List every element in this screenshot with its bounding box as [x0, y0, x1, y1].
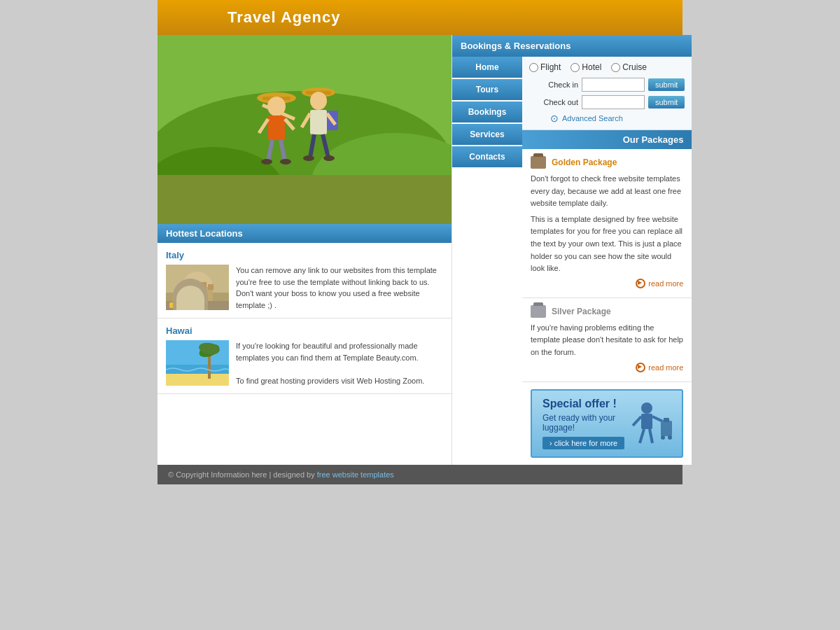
golden-package-name: Golden Package [552, 158, 617, 167]
special-offer-banner: Special offer ! Get ready with your lugg… [531, 389, 683, 458]
svg-line-50 [640, 429, 644, 443]
svg-line-51 [650, 429, 652, 443]
hawaii-text: If you're looking for beautiful and prof… [236, 340, 443, 386]
checkin-input[interactable] [582, 78, 645, 92]
silver-read-more-icon [636, 363, 645, 372]
italy-text: You can remove any link to our websites … [236, 265, 443, 311]
italy-content: You can remove any link to our websites … [166, 265, 443, 311]
hawaii-image [166, 340, 229, 386]
svg-rect-32 [187, 282, 192, 290]
content-column: Flight Hotel Cruise [522, 57, 692, 465]
golden-package-icon [531, 156, 546, 169]
right-inner: Home Tours Bookings Services Contacts Fl… [452, 57, 692, 465]
svg-rect-4 [158, 175, 451, 224]
svg-rect-40 [166, 340, 229, 365]
svg-point-46 [641, 402, 652, 414]
hottest-locations-label: Hottest Locations [166, 228, 243, 239]
svg-point-24 [303, 155, 314, 161]
svg-point-25 [323, 155, 335, 161]
main-content: Hottest Locations Italy [158, 35, 682, 465]
checkin-row: Check in submit [529, 78, 685, 92]
hottest-locations-bar: Hottest Locations [158, 224, 451, 243]
svg-rect-31 [180, 284, 186, 290]
offer-title: Special offer ! [542, 398, 626, 410]
svg-point-13 [261, 159, 272, 164]
hawaii-title: Hawai [166, 326, 443, 336]
nav-tours[interactable]: Tours [452, 79, 522, 102]
location-italy: Italy [158, 243, 451, 318]
nav-contacts[interactable]: Contacts [452, 146, 522, 169]
right-column: Bookings & Reservations Home Tours Booki… [451, 35, 692, 465]
italy-image [166, 265, 229, 310]
left-column: Hottest Locations Italy [158, 35, 451, 465]
golden-read-more[interactable]: read more [636, 279, 683, 288]
footer: © Copyright Information here | designed … [158, 465, 682, 484]
golden-read-more-row: read more [531, 279, 683, 290]
svg-rect-52 [661, 421, 672, 436]
hotel-radio-label[interactable]: Hotel [570, 62, 601, 72]
offer-link[interactable]: › click here for more [542, 437, 624, 449]
svg-line-48 [633, 416, 641, 426]
offer-figure-icon [626, 401, 675, 453]
svg-rect-33 [194, 281, 200, 290]
italy-title: Italy [166, 250, 443, 260]
svg-point-17 [310, 92, 327, 110]
golden-package: Golden Package Don't forgot to check fre… [522, 149, 692, 298]
golden-text2: This is a template designed by free webs… [531, 214, 683, 275]
checkout-submit[interactable]: submit [648, 96, 685, 108]
nav-services[interactable]: Services [452, 124, 522, 146]
nav-home[interactable]: Home [452, 57, 522, 79]
checkin-submit[interactable]: submit [648, 78, 685, 91]
svg-rect-34 [201, 282, 206, 290]
silver-text1: If you're having problems editing the te… [531, 322, 683, 359]
svg-rect-47 [641, 414, 652, 429]
svg-rect-36 [192, 291, 198, 298]
hotel-radio[interactable] [570, 63, 580, 72]
silver-title-row: Silver Package [531, 305, 683, 318]
svg-point-54 [661, 435, 665, 440]
svg-point-55 [668, 435, 672, 440]
svg-rect-19 [310, 110, 327, 134]
svg-rect-39 [187, 303, 197, 308]
silver-package: Silver Package If you're having problems… [522, 298, 692, 382]
bookings-form: Flight Hotel Cruise [522, 57, 692, 130]
silver-package-name: Silver Package [552, 307, 611, 316]
header: Travel Agency [158, 0, 682, 35]
svg-rect-35 [208, 284, 214, 290]
svg-rect-38 [169, 302, 183, 308]
site-title: Travel Agency [227, 8, 340, 27]
hawaii-content: If you're looking for beautiful and prof… [166, 340, 443, 386]
svg-rect-37 [166, 301, 229, 310]
checkout-label: Check out [529, 98, 578, 106]
checkout-input[interactable] [582, 95, 645, 109]
cruise-radio[interactable] [611, 63, 620, 72]
golden-read-more-icon [636, 279, 645, 288]
svg-rect-8 [268, 115, 285, 140]
flight-radio-label[interactable]: Flight [529, 62, 561, 72]
cruise-radio-label[interactable]: Cruise [611, 62, 647, 72]
flight-radio[interactable] [529, 63, 538, 72]
checkin-label: Check in [529, 80, 578, 89]
silver-read-more[interactable]: read more [636, 363, 683, 372]
advanced-search-link[interactable]: Advanced Search [562, 114, 623, 122]
silver-read-more-row: read more [531, 363, 683, 374]
svg-point-14 [280, 159, 291, 164]
location-hawaii: Hawai [158, 318, 451, 394]
advanced-search-icon: ⊙ [550, 113, 559, 124]
nav-bookings[interactable]: Bookings [452, 102, 522, 124]
checkout-row: Check out submit [529, 95, 685, 109]
silver-package-icon [531, 305, 546, 318]
footer-link[interactable]: free website templates [317, 470, 394, 479]
advanced-search-row: ⊙ Advanced Search [529, 113, 685, 124]
hero-image [158, 35, 451, 224]
golden-title-row: Golden Package [531, 156, 683, 169]
footer-text: © Copyright Information here | designed … [168, 470, 317, 479]
booking-type-row: Flight Hotel Cruise [529, 62, 685, 72]
golden-text1: Don't forgot to check free website templ… [531, 173, 683, 210]
bookings-header: Bookings & Reservations [452, 35, 692, 57]
nav-column: Home Tours Bookings Services Contacts [452, 57, 522, 465]
svg-rect-42 [166, 374, 229, 386]
packages-header: Our Packages [522, 130, 692, 149]
offer-subtitle: Get ready with your luggage! [542, 413, 626, 433]
svg-rect-53 [664, 418, 669, 422]
